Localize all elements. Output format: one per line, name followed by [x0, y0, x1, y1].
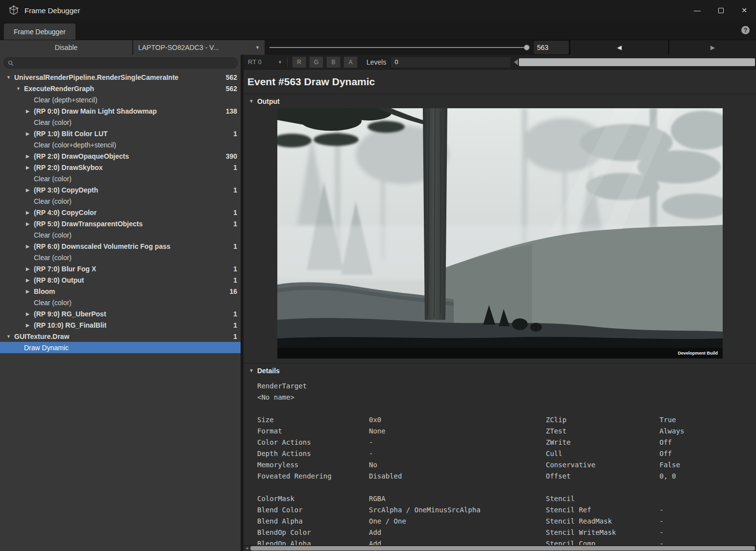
foldout-collapsed-icon[interactable]: ▶ — [25, 289, 34, 294]
tree-item[interactable]: ▶(RP 2:0) DrawSkybox1 — [0, 162, 241, 173]
tree-item[interactable]: Clear (color) — [0, 195, 241, 207]
disable-button[interactable]: Disable — [0, 40, 132, 55]
tree-item[interactable]: Clear (color) — [0, 297, 241, 308]
detail-label: Color Actions — [257, 437, 369, 448]
detail-group: Size0x0ZClipTrueFormatNoneZTestAlwaysCol… — [257, 414, 756, 482]
event-number-field[interactable]: 563 — [533, 40, 569, 55]
search-input[interactable] — [17, 59, 233, 67]
tree-item-label: Clear (color) — [34, 299, 72, 307]
tree-item[interactable]: ▶Bloom16 — [0, 286, 241, 297]
scrollbar-thumb[interactable] — [250, 546, 755, 551]
channel-g-button[interactable]: G — [309, 56, 323, 68]
foldout-collapsed-icon[interactable]: ▶ — [25, 323, 34, 328]
detail-row: MemorylessNoConservativeFalse — [257, 459, 756, 471]
foldout-collapsed-icon[interactable]: ▶ — [25, 221, 34, 226]
foldout-expanded-icon[interactable]: ▼ — [5, 334, 14, 339]
tree-item[interactable]: ▶(RP 1:0) Blit Color LUT1 — [0, 128, 241, 139]
help-icon[interactable]: ? — [741, 26, 750, 34]
detail-group: ColorMaskRGBAStencilBlend ColorSrcAlpha … — [257, 493, 756, 550]
tree-item[interactable]: ▶(RP 0:0) Draw Main Light Shadowmap138 — [0, 105, 241, 117]
render-target-select[interactable]: RT 0 ▼ — [248, 58, 287, 66]
event-details-panel: RT 0 ▼ RGBA Levels 0 Event #563 Draw Dyn… — [241, 55, 756, 551]
tree-item[interactable]: ▶(RP 9:0) RG_UberPost1 — [0, 308, 241, 319]
tree-item[interactable]: ▶(RP 6:0) Downscaled Volumetric Fog pass… — [0, 240, 241, 252]
detail-value: False — [659, 459, 756, 471]
foldout-collapsed-icon[interactable]: ▶ — [25, 278, 34, 283]
search-box[interactable] — [3, 57, 238, 69]
tree-item[interactable]: Clear (color+depth+stencil) — [0, 139, 241, 150]
detail-value: Off — [659, 448, 756, 459]
minimize-button[interactable]: — — [685, 0, 709, 21]
detail-value: - — [369, 448, 546, 459]
levels-slider[interactable] — [514, 56, 755, 68]
foldout-collapsed-icon[interactable]: ▶ — [25, 188, 34, 192]
details-section-header[interactable]: ▼ Details — [244, 363, 756, 378]
tree-item-selected[interactable]: Draw Dynamic — [0, 342, 241, 353]
detail-row: Blend ColorSrcAlpha / OneMinusSrcAlphaSt… — [257, 504, 756, 516]
levels-field[interactable]: 0 — [390, 56, 511, 68]
scroll-left-icon[interactable]: ◄ — [244, 546, 250, 551]
output-preview: Development Build — [277, 108, 723, 359]
tree-item[interactable]: Clear (color) — [0, 252, 241, 263]
channel-a-button[interactable]: A — [343, 56, 358, 68]
foldout-collapsed-icon[interactable]: ▶ — [25, 154, 34, 159]
detail-value — [659, 493, 756, 504]
foldout-collapsed-icon[interactable]: ▶ — [25, 244, 34, 249]
foldout-collapsed-icon[interactable]: ▶ — [25, 109, 34, 114]
foldout-expanded-icon[interactable]: ▼ — [5, 75, 14, 80]
tree-item-label: Draw Dynamic — [24, 344, 69, 352]
development-build-watermark: Development Build — [678, 351, 718, 356]
detail-value: Disabled — [369, 471, 546, 482]
detail-label: Stencil WriteMask — [546, 527, 659, 538]
tree-item[interactable]: ▶(RP 10:0) RG_FinalBlit1 — [0, 319, 241, 331]
tree-item[interactable]: ▶(RP 8:0) Output1 — [0, 274, 241, 286]
tree-item[interactable]: ▶(RP 5:0) DrawTransparentObjects1 — [0, 218, 241, 229]
target-select[interactable]: LAPTOP-SO82ADC3 - V... ▼ — [133, 40, 265, 55]
tree-item[interactable]: ▼UniversalRenderPipeline.RenderSingleCam… — [0, 72, 241, 83]
detail-label: ZTest — [546, 426, 659, 437]
levels-slider-handle[interactable] — [514, 59, 518, 65]
tree-item[interactable]: Clear (color) — [0, 173, 241, 184]
next-event-button[interactable]: ▶ — [668, 40, 756, 55]
tree-item[interactable]: ▶(RP 2:0) DrawOpaqueObjects390 — [0, 150, 241, 162]
foldout-collapsed-icon[interactable]: ▶ — [25, 131, 34, 136]
channel-r-button[interactable]: R — [292, 56, 306, 68]
tree-item[interactable]: ▼ExecuteRenderGraph562 — [0, 83, 241, 94]
tree-item[interactable]: Clear (color) — [0, 117, 241, 128]
foldout-collapsed-icon[interactable]: ▶ — [25, 210, 34, 215]
horizontal-scrollbar[interactable]: ◄ — [244, 545, 756, 551]
detail-label: Foveated Rendering — [257, 471, 369, 482]
tree-item-label: Clear (color) — [34, 197, 72, 205]
foldout-expanded-icon[interactable]: ▼ — [15, 86, 24, 91]
detail-row: Blend AlphaOne / OneStencil ReadMask- — [257, 516, 756, 527]
tree-item[interactable]: Clear (depth+stencil) — [0, 94, 241, 105]
channel-b-button[interactable]: B — [326, 56, 341, 68]
close-button[interactable]: ✕ — [732, 0, 756, 21]
event-slider-handle[interactable] — [524, 45, 530, 50]
details-section-label: Details — [257, 367, 280, 375]
tree-item-count: 1 — [229, 276, 237, 284]
event-slider-track[interactable] — [269, 47, 525, 48]
tab-frame-debugger[interactable]: Frame Debugger — [4, 24, 75, 40]
event-slider[interactable] — [265, 40, 533, 55]
output-frame-image: Development Build — [277, 108, 723, 359]
channel-buttons: RGBA — [292, 56, 361, 68]
prev-event-button[interactable]: ◀ — [569, 40, 668, 55]
output-section-header[interactable]: ▼ Output — [244, 94, 756, 108]
tree-item[interactable]: ▼GUITexture.Draw1 — [0, 331, 241, 342]
tree-item-count: 1 — [229, 310, 237, 318]
event-tree: ▼UniversalRenderPipeline.RenderSingleCam… — [0, 70, 241, 551]
tree-item[interactable]: ▶(RP 3:0) CopyDepth1 — [0, 184, 241, 195]
maximize-button[interactable] — [709, 0, 732, 21]
tree-item[interactable]: Clear (color) — [0, 229, 241, 240]
foldout-collapsed-icon[interactable]: ▶ — [25, 311, 34, 316]
main-split: ▼UniversalRenderPipeline.RenderSingleCam… — [0, 55, 756, 551]
tree-item[interactable]: ▶(RP 4:0) CopyColor1 — [0, 207, 241, 218]
levels-slider-track[interactable] — [519, 58, 755, 66]
detail-label: Memoryless — [257, 459, 369, 471]
tree-item-count: 1 — [229, 209, 237, 216]
tree-item[interactable]: ▶(RP 7:0) Blur Fog X1 — [0, 263, 241, 274]
foldout-collapsed-icon[interactable]: ▶ — [25, 266, 34, 271]
detail-label: Conservative — [546, 459, 659, 471]
foldout-collapsed-icon[interactable]: ▶ — [25, 165, 34, 170]
